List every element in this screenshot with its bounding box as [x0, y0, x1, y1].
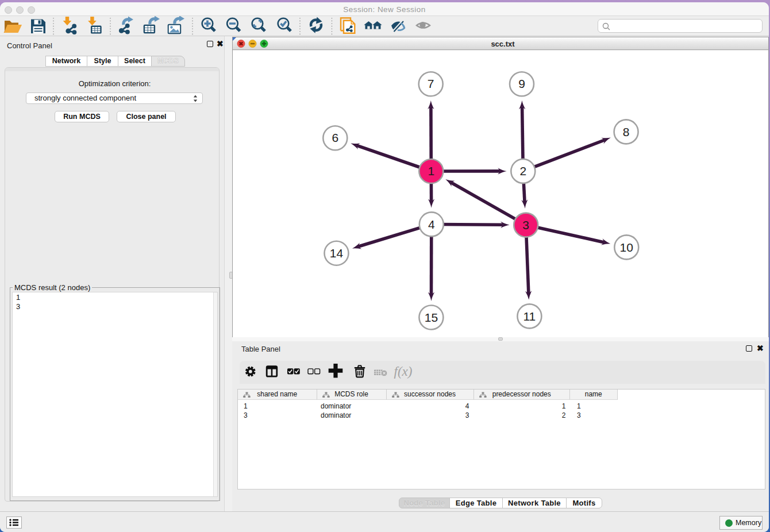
svg-text:1: 1: [428, 164, 434, 178]
svg-text:14: 14: [330, 246, 344, 260]
svg-text:6: 6: [332, 131, 338, 144]
svg-text:8: 8: [623, 125, 630, 138]
svg-text:4: 4: [428, 218, 435, 231]
svg-text:11: 11: [523, 310, 536, 323]
svg-text:7: 7: [428, 77, 434, 90]
svg-text:15: 15: [425, 311, 438, 324]
svg-text:9: 9: [518, 77, 525, 90]
svg-text:f(x): f(x): [394, 364, 413, 379]
svg-text:10: 10: [620, 241, 633, 254]
svg-text:2: 2: [519, 164, 526, 178]
svg-text:3: 3: [522, 218, 529, 232]
